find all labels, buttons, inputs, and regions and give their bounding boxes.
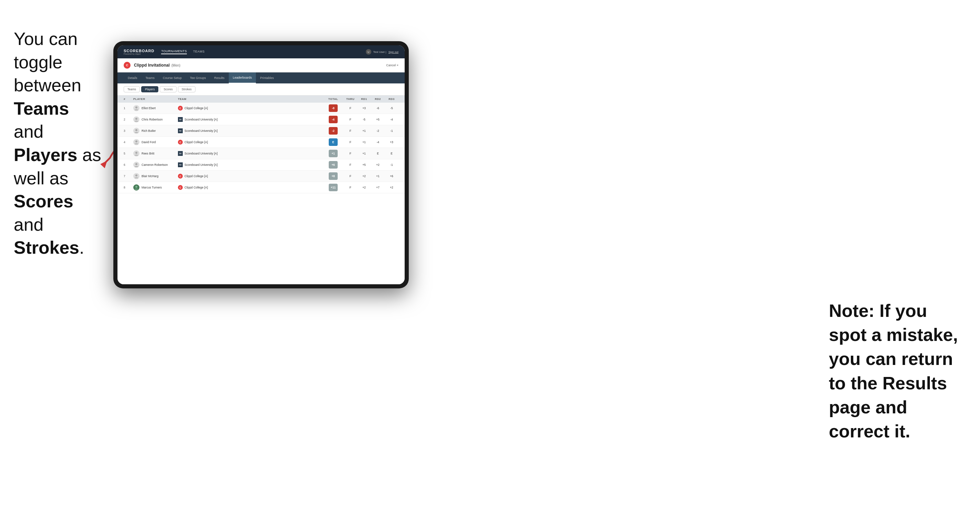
player-avatar — [133, 116, 140, 122]
player-name: Rees Britt — [142, 152, 154, 155]
score-badge: -2 — [329, 127, 338, 135]
svg-point-1 — [135, 106, 137, 108]
tournament-logo: C — [124, 62, 130, 69]
tab-results[interactable]: Results — [210, 73, 229, 83]
toggle-players[interactable]: Players — [141, 86, 158, 92]
team-logo: C — [178, 106, 183, 111]
col-rank: # — [124, 97, 133, 101]
logo-text: SCOREBOARD — [124, 49, 154, 53]
rd2: -6 — [371, 106, 385, 110]
cancel-button[interactable]: Cancel × — [386, 63, 398, 67]
leaderboard-table: # PLAYER TEAM TOTAL THRU RD1 RD2 RD3 1 E… — [118, 95, 405, 284]
player-name: Chris Robertson — [142, 118, 162, 121]
rank: 8 — [124, 186, 133, 189]
note-label: Note: If you spot a mistake, you can ret… — [829, 301, 958, 441]
score-badge: +11 — [329, 184, 338, 191]
player-cell: Rich Butler — [133, 128, 178, 134]
scoreboard-logo: SCOREBOARD Powered by clippd — [124, 49, 154, 55]
tablet-screen: SCOREBOARD Powered by clippd TOURNAMENTS… — [118, 45, 405, 284]
right-annotation: Note: If you spot a mistake, you can ret… — [829, 299, 959, 443]
team-cell: C Clippd College [A] — [178, 174, 323, 179]
team-logo: C — [178, 185, 183, 190]
tab-printables[interactable]: Printables — [256, 73, 278, 83]
rd1: +1 — [357, 152, 371, 155]
score-badge: E — [329, 138, 338, 146]
col-thru: THRU — [344, 97, 357, 101]
thru: F — [344, 163, 357, 167]
nav-teams[interactable]: TEAMS — [193, 50, 205, 54]
table-row: 7 Blair McHarg C Clippd College [A] +8 F… — [118, 171, 405, 182]
score-badge: +8 — [329, 172, 338, 180]
svg-point-2 — [135, 118, 137, 120]
player-cell: Elliot Ebert — [133, 105, 178, 111]
tab-teams[interactable]: Teams — [142, 73, 159, 83]
tab-tee-groups[interactable]: Tee Groups — [186, 73, 210, 83]
sign-out-link[interactable]: Sign out — [388, 51, 398, 54]
table-row: 3 Rich Butler SU Scoreboard University [… — [118, 125, 405, 137]
team-name: Scoreboard University [A] — [185, 118, 218, 121]
player-cell: David Ford — [133, 139, 178, 145]
tablet-frame: SCOREBOARD Powered by clippd TOURNAMENTS… — [113, 41, 409, 288]
thru: F — [344, 106, 357, 110]
table-row: 2 Chris Robertson SU Scoreboard Universi… — [118, 114, 405, 125]
rank: 6 — [124, 163, 133, 167]
player-avatar — [133, 105, 140, 111]
table-row: 5 Rees Britt SU Scoreboard University [A… — [118, 148, 405, 159]
players-bold: Players — [14, 145, 77, 165]
toggle-bar: Teams Players Scores Strokes — [118, 83, 405, 95]
teams-bold: Teams — [14, 98, 69, 119]
team-name: Clippd College [A] — [185, 140, 208, 144]
strokes-bold: Strokes — [14, 238, 80, 257]
user-avatar: U — [366, 49, 371, 55]
tab-leaderboards[interactable]: Leaderboards — [229, 73, 256, 83]
svg-marker-0 — [100, 161, 107, 168]
tournament-name: Clippd Invitational — [134, 63, 170, 68]
tournament-header: C Clippd Invitational (Men) Cancel × — [118, 58, 405, 73]
score-badge: -4 — [329, 116, 338, 123]
thru: F — [344, 118, 357, 121]
toggle-strokes[interactable]: Strokes — [178, 86, 196, 92]
rd2: E — [371, 152, 385, 155]
team-name: Scoreboard University [A] — [185, 163, 218, 167]
rd2: +1 — [371, 175, 385, 178]
user-name: Test User | — [373, 51, 387, 54]
rd3: -1 — [385, 163, 398, 167]
svg-point-7 — [135, 175, 137, 176]
team-name: Clippd College [A] — [185, 186, 208, 189]
col-rd1: RD1 — [357, 97, 371, 101]
col-rd2: RD2 — [371, 97, 385, 101]
tournament-gender: (Men) — [172, 63, 180, 67]
team-cell: C Clippd College [A] — [178, 185, 323, 190]
table-row: 1 Elliot Ebert C Clippd College [A] -8 F… — [118, 103, 405, 114]
team-logo: SU — [178, 162, 183, 167]
rd2: -4 — [371, 140, 385, 144]
team-cell: SU Scoreboard University [A] — [178, 151, 323, 156]
team-name: Clippd College [A] — [185, 175, 208, 178]
table-row: 8 Marcus Turners C Clippd College [A] +1… — [118, 182, 405, 193]
player-name: Rich Butler — [142, 129, 156, 133]
player-name: Blair McHarg — [142, 175, 158, 178]
rank: 1 — [124, 106, 133, 110]
app-header: SCOREBOARD Powered by clippd TOURNAMENTS… — [118, 45, 405, 58]
rd2: -2 — [371, 129, 385, 133]
rd1: +1 — [357, 140, 371, 144]
rd1: +5 — [357, 163, 371, 167]
team-logo: C — [178, 140, 183, 144]
col-total: TOTAL — [323, 97, 344, 101]
scores-bold: Scores — [14, 191, 73, 211]
player-name: Marcus Turners — [142, 186, 162, 189]
rank: 4 — [124, 140, 133, 144]
toggle-scores[interactable]: Scores — [160, 86, 176, 92]
player-name: Cameron Robertson — [142, 163, 168, 167]
tab-details[interactable]: Details — [124, 73, 142, 83]
toggle-teams[interactable]: Teams — [124, 86, 140, 92]
rank: 3 — [124, 129, 133, 133]
thru: F — [344, 175, 357, 178]
team-name: Clippd College [A] — [185, 106, 208, 110]
team-logo: SU — [178, 151, 183, 156]
svg-point-6 — [135, 163, 137, 165]
player-cell: Blair McHarg — [133, 173, 178, 179]
col-player: PLAYER — [133, 97, 178, 101]
nav-tournaments[interactable]: TOURNAMENTS — [161, 49, 187, 54]
tab-course-setup[interactable]: Course Setup — [159, 73, 186, 83]
